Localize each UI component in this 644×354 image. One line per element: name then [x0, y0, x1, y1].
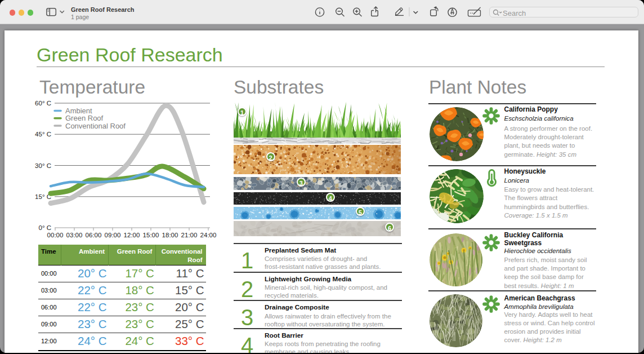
svg-text:15:00: 15:00: [143, 232, 159, 238]
svg-text:09:00: 09:00: [105, 232, 121, 238]
svg-text:06:00: 06:00: [86, 232, 102, 238]
svg-text:12:00: 12:00: [124, 232, 140, 238]
svg-text:0° C: 0° C: [39, 224, 52, 231]
svg-text:03:00: 03:00: [66, 232, 83, 238]
svg-text:18:00: 18:00: [162, 232, 178, 238]
svg-text:Conventional Roof: Conventional Roof: [65, 122, 126, 130]
svg-text:00:00: 00:00: [47, 232, 64, 238]
svg-text:60° C: 60° C: [35, 100, 51, 107]
svg-text:24:00: 24:00: [200, 232, 217, 238]
svg-text:21:00: 21:00: [181, 232, 198, 238]
svg-text:45° C: 45° C: [35, 131, 51, 138]
svg-text:30° C: 30° C: [35, 162, 51, 169]
